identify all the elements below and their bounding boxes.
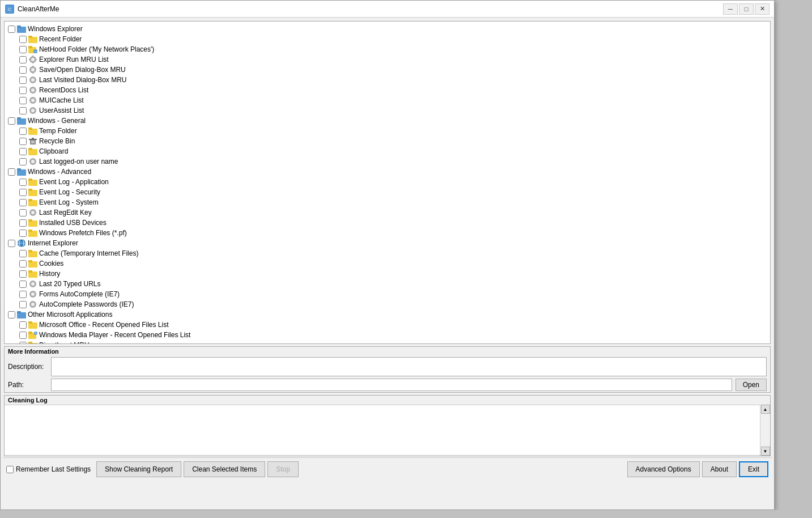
label-other-ms-apps: Other Microsoft Applications: [28, 311, 112, 319]
checkbox-temp-folder[interactable]: [19, 128, 27, 135]
checkbox-forms-autocomplete[interactable]: [19, 291, 27, 298]
svg-point-41: [31, 160, 35, 163]
item-event-log-system: Event Log - System: [6, 197, 769, 207]
minimize-button[interactable]: ─: [723, 3, 738, 15]
advanced-options-button[interactable]: Advanced Options: [627, 461, 700, 477]
label-cache-ie: Cache (Temporary Internet Files): [39, 249, 138, 257]
exit-button[interactable]: Exit: [739, 461, 768, 477]
scroll-down-btn[interactable]: ▼: [761, 447, 770, 456]
label-temp-folder: Temp Folder: [39, 127, 77, 135]
checkbox-explorer-run-mru[interactable]: [19, 56, 27, 63]
checklist-container[interactable]: Windows Explorer Recent Folder ⬡ NetHood…: [4, 21, 771, 344]
folder-icon-prefetch: [28, 228, 37, 237]
folder-blue-icon-ms: [17, 310, 26, 319]
checkbox-windows-general[interactable]: [8, 117, 15, 125]
checkbox-other-ms-apps[interactable]: [8, 311, 15, 319]
scroll-up-btn[interactable]: ▲: [761, 405, 770, 414]
checkbox-autocomplete-pw[interactable]: [19, 301, 27, 308]
label-explorer-run-mru: Explorer Run MRU List: [39, 56, 109, 63]
title-bar: C CleanAfterMe ─ □ ✕: [1, 1, 774, 18]
svg-rect-49: [28, 199, 32, 201]
label-last-regedit-key: Last RegEdit Key: [39, 209, 92, 216]
checkbox-nethood-folder[interactable]: [19, 46, 27, 53]
svg-rect-15: [35, 59, 37, 60]
about-button[interactable]: About: [702, 461, 737, 477]
svg-text:C: C: [8, 7, 11, 12]
checkbox-installed-usb[interactable]: [19, 219, 27, 227]
checkbox-last-loggedon[interactable]: [19, 158, 27, 165]
label-internet-explorer: Internet Explorer: [28, 239, 78, 247]
main-window: C CleanAfterMe ─ □ ✕ Windows Explorer: [0, 0, 775, 510]
checkbox-save-open-mru[interactable]: [19, 66, 27, 74]
label-event-log-system: Event Log - System: [39, 198, 99, 206]
svg-rect-74: [17, 311, 21, 313]
svg-rect-78: [28, 332, 32, 334]
checkbox-event-log-security[interactable]: [19, 189, 27, 196]
svg-rect-62: [28, 250, 32, 252]
item-userassist-list: UserAssist List: [6, 105, 769, 116]
close-button[interactable]: ✕: [755, 3, 770, 15]
checkbox-event-log-app[interactable]: [19, 179, 27, 186]
item-cache-ie: Cache (Temporary Internet Files): [6, 248, 769, 258]
label-last-visited-mru: Last Visited Dialog-Box MRU: [39, 76, 127, 84]
app-icon: C: [5, 5, 14, 14]
folder-icon-event-app: [28, 177, 37, 186]
checkbox-muicache-list[interactable]: [19, 97, 27, 104]
checkbox-userassist-list[interactable]: [19, 107, 27, 114]
checkbox-typed-urls[interactable]: [19, 281, 27, 288]
remember-settings-label: Remember Last Settings: [16, 465, 91, 473]
svg-point-27: [31, 109, 35, 112]
checkbox-recycle-bin[interactable]: [19, 138, 27, 145]
window-title: CleanAfterMe: [18, 5, 59, 13]
stop-button[interactable]: Stop: [267, 461, 299, 477]
checkbox-last-regedit-key[interactable]: [19, 209, 27, 216]
action-buttons: Show Cleaning Report Clean Selected Item…: [91, 461, 627, 477]
item-recent-folder: Recent Folder: [6, 34, 769, 44]
checkbox-last-visited-mru[interactable]: [19, 77, 27, 84]
checkbox-windows-advanced[interactable]: [8, 168, 15, 176]
remember-settings-checkbox[interactable]: [6, 466, 14, 473]
checkbox-ms-office-recent[interactable]: [19, 321, 27, 329]
folder-icon-usb: [28, 218, 37, 227]
checkbox-directinput-mru[interactable]: [19, 342, 27, 345]
checkbox-cache-ie[interactable]: [19, 250, 27, 257]
cleaning-log-textarea[interactable]: [5, 405, 760, 455]
checkbox-clipboard[interactable]: [19, 148, 27, 155]
item-last-regedit-key: Last RegEdit Key: [6, 207, 769, 218]
checkbox-recentdocs-list[interactable]: [19, 87, 27, 94]
svg-rect-39: [28, 148, 32, 150]
item-installed-usb: Installed USB Devices: [6, 218, 769, 228]
gear-icon-autocomplete: [28, 300, 37, 309]
checkbox-recent-folder[interactable]: [19, 36, 27, 43]
gear-icon-recentdocs: [28, 86, 37, 95]
gear-icon-loggedon: [28, 157, 37, 166]
svg-point-25: [31, 99, 35, 102]
open-button[interactable]: Open: [736, 379, 767, 391]
svg-rect-47: [28, 189, 32, 191]
folder-icon-event-system: [28, 198, 37, 207]
checkbox-cookies-ie[interactable]: [19, 260, 27, 268]
checkbox-windows-prefetch[interactable]: [19, 230, 27, 237]
path-input[interactable]: [51, 379, 732, 391]
item-muicache-list: MUICache List: [6, 95, 769, 105]
checkbox-event-log-system[interactable]: [19, 199, 27, 206]
label-directinput-mru: DirectInput MRU: [39, 341, 90, 344]
svg-rect-19: [32, 72, 33, 74]
clean-selected-items-button[interactable]: Clean Selected Items: [184, 461, 265, 477]
folder-icon-cookies: [28, 259, 37, 268]
checkbox-wmp-recent[interactable]: [19, 332, 27, 339]
checkbox-history-ie[interactable]: [19, 270, 27, 278]
item-recycle-bin: Recycle Bin: [6, 136, 769, 146]
svg-rect-12: [32, 56, 33, 57]
recycle-bin-icon: [28, 137, 37, 146]
folder-icon-recent: [28, 35, 37, 44]
item-wmp-recent: Windows Media Player - Recent Opened Fil…: [6, 330, 769, 340]
description-input[interactable]: [51, 357, 767, 376]
path-row: Path: Open: [5, 377, 770, 392]
checkbox-windows-explorer[interactable]: [8, 26, 15, 33]
label-wmp-recent: Windows Media Player - Recent Opened Fil…: [39, 331, 190, 339]
checkbox-internet-explorer[interactable]: [8, 240, 15, 247]
show-cleaning-report-button[interactable]: Show Cleaning Report: [96, 461, 181, 477]
maximize-button[interactable]: □: [739, 3, 754, 15]
folder-blue-icon: [17, 24, 26, 33]
